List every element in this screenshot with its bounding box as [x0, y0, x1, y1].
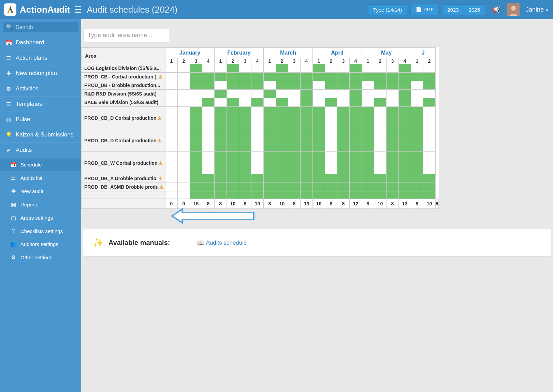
schedule-cell[interactable]: [190, 73, 202, 81]
schedule-cell[interactable]: [362, 183, 374, 191]
schedule-cell[interactable]: [288, 98, 301, 107]
schedule-cell[interactable]: [276, 191, 288, 199]
schedule-cell[interactable]: [165, 73, 178, 81]
schedule-cell[interactable]: [337, 98, 350, 107]
schedule-cell[interactable]: [399, 81, 411, 90]
schedule-cell[interactable]: [387, 98, 399, 107]
schedule-cell[interactable]: [264, 98, 276, 107]
schedule-cell[interactable]: [301, 81, 313, 90]
schedule-cell[interactable]: [202, 73, 215, 81]
schedule-cell[interactable]: [264, 73, 276, 81]
schedule-cell[interactable]: [165, 191, 178, 199]
schedule-cell[interactable]: [276, 129, 288, 152]
sidebar-item-areas-settings[interactable]: ▢Areas settings: [0, 211, 81, 224]
schedule-cell[interactable]: [337, 90, 350, 98]
schedule-cell[interactable]: [190, 64, 202, 73]
avatar[interactable]: [507, 3, 520, 16]
schedule-cell[interactable]: [239, 183, 251, 191]
schedule-cell[interactable]: [411, 191, 423, 199]
schedule-cell[interactable]: [239, 64, 251, 73]
schedule-cell[interactable]: [165, 183, 178, 191]
schedule-cell[interactable]: [399, 152, 411, 174]
schedule-cell[interactable]: [178, 129, 190, 152]
schedule-cell[interactable]: [350, 81, 362, 90]
schedule-cell[interactable]: [276, 174, 288, 183]
sidebar-item-activities[interactable]: ⚙Activities: [0, 81, 81, 97]
schedule-cell[interactable]: [227, 191, 239, 199]
schedule-cell[interactable]: [411, 129, 423, 152]
schedule-cell[interactable]: [387, 129, 399, 152]
schedule-cell[interactable]: [215, 191, 227, 199]
schedule-cell[interactable]: [190, 152, 202, 174]
schedule-cell[interactable]: [313, 174, 325, 183]
schedule-cell[interactable]: [202, 90, 215, 98]
schedule-cell[interactable]: [337, 81, 350, 90]
schedule-cell[interactable]: [202, 174, 215, 183]
schedule-cell[interactable]: [251, 174, 264, 183]
schedule-cell[interactable]: [239, 98, 251, 107]
schedule-cell[interactable]: [325, 174, 337, 183]
schedule-cell[interactable]: [411, 152, 423, 174]
schedule-cell[interactable]: [337, 107, 350, 129]
schedule-cell[interactable]: [362, 64, 374, 73]
schedule-cell[interactable]: [251, 129, 264, 152]
schedule-cell[interactable]: [288, 90, 301, 98]
area-cell[interactable]: PROD_CB_D Corbal production⚠: [82, 107, 165, 129]
announcements-icon[interactable]: 📢: [492, 5, 500, 14]
username-dropdown[interactable]: Janine▼: [526, 6, 549, 13]
schedule-cell[interactable]: [350, 107, 362, 129]
schedule-cell[interactable]: [251, 191, 264, 199]
schedule-cell[interactable]: [301, 174, 313, 183]
schedule-cell[interactable]: [411, 90, 423, 98]
schedule-cell[interactable]: [374, 98, 387, 107]
area-cell[interactable]: PROD_CB - Corbal production (.⚠: [82, 73, 165, 81]
schedule-cell[interactable]: [178, 107, 190, 129]
schedule-cell[interactable]: [374, 129, 387, 152]
area-cell[interactable]: PROD_DB_A Drobble productio.⚠: [82, 174, 165, 183]
schedule-cell[interactable]: [337, 64, 350, 73]
month-header[interactable]: J: [411, 48, 436, 58]
schedule-cell[interactable]: [264, 129, 276, 152]
schedule-cell[interactable]: [313, 81, 325, 90]
schedule-cell[interactable]: [411, 73, 423, 81]
schedule-cell[interactable]: [276, 152, 288, 174]
sidebar-item-templates[interactable]: ☰Templates: [0, 97, 81, 112]
schedule-cell[interactable]: [178, 90, 190, 98]
schedule-cell[interactable]: [313, 152, 325, 174]
schedule-cell[interactable]: [276, 81, 288, 90]
schedule-cell[interactable]: [301, 64, 313, 73]
schedule-cell[interactable]: [227, 98, 239, 107]
area-cell[interactable]: PROD_DB_ASMB Drobble produ⚠: [82, 183, 165, 191]
schedule-cell[interactable]: [374, 174, 387, 183]
schedule-cell[interactable]: [202, 152, 215, 174]
schedule-cell[interactable]: [227, 107, 239, 129]
sidebar-item-audits-list[interactable]: ☰Audits list: [0, 171, 81, 185]
schedule-cell[interactable]: [337, 129, 350, 152]
schedule-cell[interactable]: [264, 191, 276, 199]
schedule-cell[interactable]: [165, 107, 178, 129]
schedule-cell[interactable]: [239, 81, 251, 90]
schedule-cell[interactable]: [190, 191, 202, 199]
schedule-cell[interactable]: [337, 73, 350, 81]
schedule-cell[interactable]: [399, 73, 411, 81]
schedule-cell[interactable]: [387, 64, 399, 73]
schedule-cell[interactable]: [399, 174, 411, 183]
schedule-cell[interactable]: [362, 107, 374, 129]
schedule-cell[interactable]: [423, 90, 436, 98]
schedule-cell[interactable]: [399, 191, 411, 199]
schedule-cell[interactable]: [387, 81, 399, 90]
area-cell[interactable]: PROD_DB - Drobble production...: [82, 81, 165, 90]
schedule-cell[interactable]: [251, 73, 264, 81]
sidebar-item-kaizen[interactable]: 💡Kaizen & Submissions: [0, 127, 81, 143]
schedule-cell[interactable]: [239, 90, 251, 98]
schedule-cell[interactable]: [313, 107, 325, 129]
schedule-cell[interactable]: [313, 129, 325, 152]
schedule-cell[interactable]: [301, 183, 313, 191]
schedule-cell[interactable]: [313, 191, 325, 199]
schedule-cell[interactable]: [165, 152, 178, 174]
schedule-cell[interactable]: [325, 191, 337, 199]
area-name-input[interactable]: [83, 29, 169, 42]
month-header[interactable]: January: [165, 48, 215, 58]
schedule-cell[interactable]: [202, 98, 215, 107]
schedule-cell[interactable]: [264, 107, 276, 129]
